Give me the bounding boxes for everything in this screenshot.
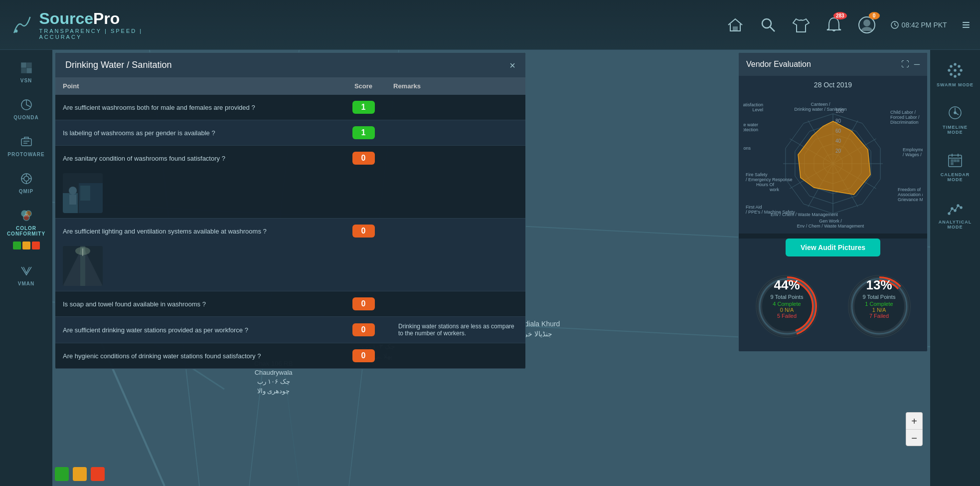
score2-failed: 7 Failed: [863, 313, 896, 319]
table-row: Are sufficient washrooms both for male a…: [55, 95, 525, 120]
logo-text: SourcePro TRANSPARENCY | SPEED | ACCURAC…: [39, 9, 160, 40]
svg-point-115: [948, 69, 950, 71]
top-navigation: SourcePro TRANSPARENCY | SPEED | ACCURAC…: [0, 0, 980, 50]
app-name: SourcePro: [39, 9, 160, 28]
swarm-mode-label: SWARM MODE: [937, 82, 974, 87]
panel-header: Drinking Water / Sanitation ×: [55, 53, 525, 77]
svg-rect-46: [69, 195, 76, 205]
notifications-button[interactable]: 283: [825, 16, 843, 34]
score-badge: 0: [352, 225, 375, 238]
svg-point-130: [951, 208, 953, 210]
message-badge: 0: [869, 12, 880, 19]
legend-orange: [73, 467, 87, 481]
sidebar-item-protoware[interactable]: PROTOWARE: [4, 129, 49, 163]
table-row: Is labeling of washrooms as per gender i…: [55, 120, 525, 146]
sidebar-item-vsn[interactable]: VSN: [4, 55, 49, 89]
radar-chart: 100 80 60 40 20 Canteen / Drinking water…: [743, 99, 923, 229]
search-button[interactable]: [759, 16, 777, 34]
expand-icon[interactable]: ⛶: [901, 60, 909, 69]
score-badge: 0: [352, 323, 375, 336]
row-image: [55, 243, 525, 291]
close-button[interactable]: ×: [509, 60, 515, 70]
sidebar-item-color-conformity[interactable]: COLOR CONFORMITY: [4, 203, 49, 255]
score2-complete: 1 Complete: [863, 301, 896, 307]
svg-text:Employment Practices: Employment Practices: [903, 147, 923, 152]
calendar-mode-item[interactable]: CALENDAR MODE: [933, 145, 978, 190]
svg-point-110: [958, 65, 960, 67]
vendor-header-icons: ⛶ ─: [901, 60, 920, 69]
zoom-control: + −: [906, 412, 923, 446]
minimize-icon[interactable]: ─: [914, 60, 920, 69]
svg-point-111: [950, 73, 952, 75]
svg-text:Waste water: Waste water: [743, 122, 758, 127]
calendar-mode-label: CALENDAR MODE: [935, 172, 975, 182]
view-audit-button[interactable]: View Audit Pictures: [786, 239, 880, 256]
swarm-mode-item[interactable]: SWARM MODE: [933, 55, 978, 95]
svg-rect-128: [951, 163, 953, 165]
svg-rect-24: [21, 63, 26, 67]
score2-na: 1 N/A: [863, 307, 896, 313]
sidebar-item-vman[interactable]: VMAN: [4, 258, 49, 292]
svg-point-116: [960, 69, 962, 71]
svg-text:Discrimination: Discrimination: [890, 120, 919, 125]
left-sidebar: VSN QUONDA PROTOWARE QMIP: [0, 50, 52, 486]
svg-text:80: 80: [835, 118, 841, 124]
svg-text:Grievance Management: Grievance Management: [898, 197, 923, 202]
svg-rect-127: [957, 160, 959, 162]
table-row: Are hygienic conditions of drinking wate…: [55, 343, 525, 369]
svg-point-17: [762, 19, 771, 28]
zoom-in-button[interactable]: +: [906, 412, 923, 429]
svg-rect-25: [27, 63, 31, 67]
menu-button[interactable]: ≡: [962, 17, 970, 33]
row-image: [55, 171, 525, 218]
table-row: Are sanitary condition of washrooms foun…: [55, 146, 525, 219]
svg-text:Env / Chem / Waste Management: Env / Chem / Waste Management: [771, 212, 838, 217]
row-question: Is soap and towel found available in was…: [63, 300, 333, 308]
vendor-header: Vendor Evaluation ⛶ ─: [739, 53, 927, 76]
score-cell: 0: [333, 323, 393, 336]
svg-text:Hours Of: Hours Of: [756, 182, 775, 187]
svg-point-40: [23, 215, 29, 221]
score-cell: 0: [333, 297, 393, 310]
svg-point-112: [958, 73, 960, 75]
timeline-mode-item[interactable]: TIMELINE MODE: [933, 97, 978, 142]
svg-line-18: [770, 27, 775, 31]
analytical-mode-item[interactable]: ANALYTICAL MODE: [933, 192, 978, 237]
user-avatar[interactable]: 0: [858, 16, 876, 34]
score1-percent: 44%: [771, 277, 804, 293]
row-remarks: Drinking water stations are less as comp…: [393, 323, 518, 337]
svg-text:Level: Level: [752, 107, 763, 112]
shirt-button[interactable]: [792, 16, 810, 34]
right-sidebar: SWARM MODE TIMELINE MODE CALENDAR MODE: [930, 50, 980, 486]
time-display: 08:42 PM PKT: [891, 21, 947, 29]
notification-badge: 283: [833, 12, 847, 19]
svg-rect-44: [80, 186, 90, 201]
score-badge: 1: [352, 101, 375, 114]
svg-text:Legal Documentations: Legal Documentations: [743, 146, 751, 151]
svg-text:Child Labor /: Child Labor /: [890, 110, 916, 115]
svg-point-113: [954, 63, 956, 65]
score1-total: 9 Total Points: [771, 294, 804, 300]
table-row: Is soap and towel found available in was…: [55, 291, 525, 317]
svg-rect-126: [954, 160, 956, 162]
col-remarks-header: Remarks: [393, 82, 518, 90]
zoom-out-button[interactable]: −: [906, 429, 923, 446]
svg-text:/ Wages / Benefits: / Wages / Benefits: [903, 152, 923, 157]
home-button[interactable]: [726, 16, 744, 34]
score-badge: 0: [352, 152, 375, 165]
svg-point-109: [950, 65, 952, 67]
row-question: Are hygienic conditions of drinking wate…: [63, 352, 333, 360]
score-cell: 1: [333, 101, 393, 114]
logo-area: SourcePro TRANSPARENCY | SPEED | ACCURAC…: [10, 9, 160, 40]
svg-rect-26: [21, 68, 26, 73]
col-point-header: Point: [63, 82, 333, 90]
table-header: Point Score Remarks: [55, 77, 525, 95]
sidebar-item-qmip[interactable]: QMIP: [4, 166, 49, 200]
svg-rect-16: [733, 27, 737, 31]
score2-total: 9 Total Points: [863, 294, 896, 300]
row-image-placeholder-2: [63, 246, 103, 286]
svg-text:First Aid: First Aid: [746, 205, 762, 210]
panel-table: Point Score Remarks Are sufficient washr…: [55, 77, 525, 369]
sidebar-item-quonda[interactable]: QUONDA: [4, 92, 49, 126]
timeline-mode-label: TIMELINE MODE: [935, 125, 975, 135]
